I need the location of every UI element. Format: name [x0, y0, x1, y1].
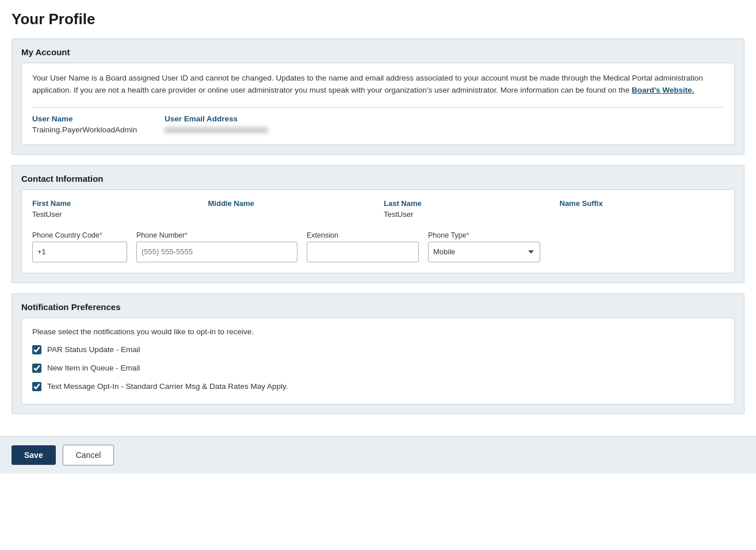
name-suffix-label: Name Suffix [560, 199, 724, 208]
phone-type-label: Phone Type* [428, 231, 540, 239]
middle-name-field: Middle Name [208, 199, 373, 219]
notification-description: Please select the notifications you woul… [32, 327, 724, 336]
phone-country-code-label: Phone Country Code* [32, 231, 127, 239]
par-status-update-label[interactable]: PAR Status Update - Email [47, 345, 140, 354]
phone-fields-row: Phone Country Code* Phone Number* Extens… [32, 231, 724, 262]
extension-group: Extension [307, 231, 419, 262]
last-name-value: TestUser [384, 210, 548, 219]
footer-bar: Save Cancel [0, 436, 756, 473]
my-account-info-box: Your User Name is a Board assigned User … [32, 72, 724, 97]
text-message-opt-in-checkbox[interactable] [32, 382, 41, 391]
contact-information-card: First Name TestUser Middle Name Last Nam… [21, 189, 735, 273]
notification-preferences-section: Notification Preferences Please select t… [12, 293, 744, 414]
email-value: ●●●●●●●●●●●●●●●●●●●●●● [165, 125, 280, 134]
username-value: Training.PayerWorkloadAdmin [32, 125, 147, 134]
phone-number-label: Phone Number* [136, 231, 297, 239]
contact-information-section-title: Contact Information [21, 174, 735, 184]
new-item-in-queue-label[interactable]: New Item in Queue - Email [47, 364, 140, 372]
my-account-section: My Account Your User Name is a Board ass… [12, 39, 744, 155]
phone-type-select[interactable]: Mobile Home Work Fax [428, 242, 540, 262]
notification-preferences-card: Please select the notifications you woul… [21, 318, 735, 404]
save-button[interactable]: Save [12, 445, 56, 465]
name-fields-row: First Name TestUser Middle Name Last Nam… [32, 199, 724, 219]
extension-input[interactable] [307, 242, 419, 262]
phone-number-group: Phone Number* [136, 231, 297, 262]
account-fields-row: User Name Training.PayerWorkloadAdmin Us… [32, 114, 724, 134]
par-status-update-checkbox[interactable] [32, 345, 41, 354]
extension-label: Extension [307, 231, 419, 239]
middle-name-label: Middle Name [208, 199, 373, 208]
last-name-field: Last Name TestUser [384, 199, 548, 219]
first-name-value: TestUser [32, 210, 197, 219]
phone-type-group: Phone Type* Mobile Home Work Fax [428, 231, 540, 262]
first-name-label: First Name [32, 199, 197, 208]
phone-country-code-input[interactable] [32, 242, 127, 262]
notification-item-queue: New Item in Queue - Email [32, 364, 724, 373]
phone-number-input[interactable] [136, 242, 297, 262]
account-separator [32, 107, 724, 108]
contact-information-section: Contact Information First Name TestUser … [12, 165, 744, 283]
username-group: User Name Training.PayerWorkloadAdmin [32, 114, 147, 134]
info-text-before-link: Your User Name is a Board assigned User … [32, 74, 703, 94]
new-item-in-queue-checkbox[interactable] [32, 364, 41, 373]
username-label: User Name [32, 114, 147, 123]
page-title: Your Profile [12, 10, 744, 28]
my-account-card: Your User Name is a Board assigned User … [21, 63, 735, 145]
last-name-label: Last Name [384, 199, 548, 208]
notification-item-text: Text Message Opt-In - Standard Carrier M… [32, 382, 724, 391]
boards-website-link[interactable]: Board's Website. [632, 86, 694, 94]
email-group: User Email Address ●●●●●●●●●●●●●●●●●●●●●… [165, 114, 280, 134]
name-suffix-field: Name Suffix [560, 199, 724, 219]
email-label: User Email Address [165, 114, 280, 123]
notification-preferences-section-title: Notification Preferences [21, 302, 735, 312]
my-account-section-title: My Account [21, 47, 735, 57]
first-name-field: First Name TestUser [32, 199, 197, 219]
text-message-opt-in-label[interactable]: Text Message Opt-In - Standard Carrier M… [47, 382, 288, 391]
cancel-button[interactable]: Cancel [63, 445, 114, 465]
notification-item-par: PAR Status Update - Email [32, 345, 724, 354]
phone-country-code-group: Phone Country Code* [32, 231, 127, 262]
